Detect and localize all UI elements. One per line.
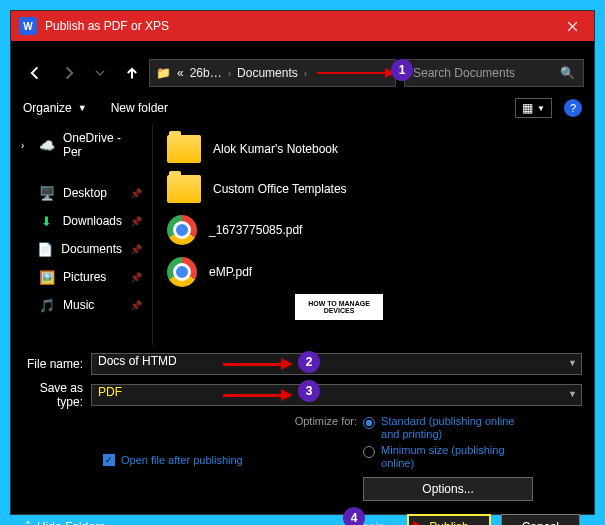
address-bar[interactable]: 📁 « 26b… › Documents › xyxy=(149,59,396,87)
annotation-callout: 4 xyxy=(343,507,365,525)
arrow-up-icon xyxy=(125,66,139,80)
sidebar-item-desktop[interactable]: 🖥️Desktop📌 xyxy=(11,179,152,207)
desktop-icon: 🖥️ xyxy=(39,185,55,201)
annotation-callout: 1 xyxy=(391,59,413,81)
search-icon: 🔍 xyxy=(560,66,575,80)
titlebar: W Publish as PDF or XPS xyxy=(11,11,594,41)
nav-recent[interactable] xyxy=(85,59,115,87)
save-type-select[interactable]: PDF▼ xyxy=(91,384,582,406)
pin-icon: 📌 xyxy=(130,216,142,227)
annotation-arrow xyxy=(223,363,283,366)
checkbox-checked-icon: ✓ xyxy=(103,454,115,466)
organize-menu[interactable]: Organize▼ xyxy=(23,101,87,115)
chevron-up-icon: ˄ xyxy=(25,520,31,525)
location-bar: 📁 « 26b… › Documents › Search Documents … xyxy=(11,55,594,91)
chevron-right-icon: › xyxy=(304,68,307,79)
hide-folders-button[interactable]: ˄Hide Folders xyxy=(25,520,105,525)
annotation-arrow xyxy=(223,394,283,397)
view-grid-icon: ▦ xyxy=(522,101,533,115)
new-folder-button[interactable]: New folder xyxy=(111,101,168,115)
pin-icon: 📌 xyxy=(130,244,142,255)
arrow-right-icon xyxy=(61,66,75,80)
close-button[interactable] xyxy=(550,11,594,41)
sidebar-item-pictures[interactable]: 🖼️Pictures📌 xyxy=(11,263,152,291)
nav-back[interactable] xyxy=(21,59,51,87)
radio-standard[interactable]: Standard (publishing online and printing… xyxy=(363,415,533,441)
folder-icon xyxy=(167,175,201,203)
word-app-icon: W xyxy=(19,17,37,35)
file-name-input[interactable]: Docs of HTMD▼ xyxy=(91,353,582,375)
folder-icon xyxy=(167,135,201,163)
documents-icon: 📄 xyxy=(37,241,53,257)
form-area: File name: Docs of HTMD▼ 2 Save as type:… xyxy=(11,345,594,504)
watermark-badge: HOW TO MANAGE DEVICES xyxy=(294,293,384,321)
close-icon xyxy=(567,21,578,32)
list-item[interactable]: _1673775085.pdf xyxy=(157,209,590,251)
annotation-arrow xyxy=(317,72,387,74)
arrow-left-icon xyxy=(29,66,43,80)
chevron-down-icon: ▼ xyxy=(78,103,87,113)
chevron-down-icon: ▼ xyxy=(568,358,577,368)
pin-icon: 📌 xyxy=(130,272,142,283)
annotation-callout: 2 xyxy=(298,351,320,373)
chevron-right-icon: › xyxy=(228,68,231,79)
optimize-label: Optimize for: xyxy=(295,415,357,427)
cancel-button[interactable]: Cancel xyxy=(501,514,580,525)
download-icon: ⬇ xyxy=(39,213,55,229)
dialog-footer: ˄Hide Folders 4 Tools▼ Publish Cancel xyxy=(11,504,594,525)
annotation-callout: 3 xyxy=(298,380,320,402)
computer-icon: 📁 xyxy=(156,66,171,80)
pin-icon: 📌 xyxy=(130,300,142,311)
radio-off-icon xyxy=(363,446,375,458)
breadcrumb-overflow: « xyxy=(177,66,184,80)
search-input[interactable]: Search Documents 🔍 xyxy=(404,59,584,87)
nav-up[interactable] xyxy=(117,59,147,87)
list-item[interactable]: eMP.pdf xyxy=(157,251,590,293)
search-placeholder: Search Documents xyxy=(413,66,515,80)
list-item[interactable]: Alok Kumar's Notebook xyxy=(157,129,590,169)
chevron-down-icon: ▼ xyxy=(568,389,577,399)
explorer-toolbar: Organize▼ New folder ▦▼ ? xyxy=(11,91,594,125)
nav-forward[interactable] xyxy=(53,59,83,87)
sidebar-item-downloads[interactable]: ⬇Downloads📌 xyxy=(11,207,152,235)
chevron-down-icon xyxy=(95,68,105,78)
cloud-icon: ☁️ xyxy=(39,137,55,153)
chrome-icon xyxy=(167,257,197,287)
radio-minimum[interactable]: Minimum size (publishing online) xyxy=(363,444,533,470)
view-mode-button[interactable]: ▦▼ xyxy=(515,98,552,118)
breadcrumb-segment[interactable]: Documents xyxy=(237,66,298,80)
sidebar-onedrive[interactable]: ›☁️OneDrive - Per xyxy=(11,125,152,165)
pictures-icon: 🖼️ xyxy=(39,269,55,285)
window-title: Publish as PDF or XPS xyxy=(45,19,586,33)
pin-icon: 📌 xyxy=(130,188,142,199)
chrome-icon xyxy=(167,215,197,245)
options-button[interactable]: Options... xyxy=(363,477,533,501)
breadcrumb-segment[interactable]: 26b… xyxy=(190,66,222,80)
music-icon: 🎵 xyxy=(39,297,55,313)
chevron-right-icon: › xyxy=(21,140,31,151)
file-name-label: File name: xyxy=(23,357,91,371)
radio-on-icon xyxy=(363,417,375,429)
help-button[interactable]: ? xyxy=(564,99,582,117)
sidebar: ›☁️OneDrive - Per 🖥️Desktop📌 ⬇Downloads📌… xyxy=(11,125,153,345)
sidebar-item-music[interactable]: 🎵Music📌 xyxy=(11,291,152,319)
list-item[interactable]: Custom Office Templates xyxy=(157,169,590,209)
sidebar-item-documents[interactable]: 📄Documents📌 xyxy=(11,235,152,263)
open-after-checkbox[interactable]: ✓ Open file after publishing xyxy=(103,415,243,504)
save-type-label: Save as type: xyxy=(23,381,91,409)
chevron-down-icon: ▼ xyxy=(537,104,545,113)
save-dialog: W Publish as PDF or XPS 📁 « 26b… › Docum… xyxy=(10,10,595,515)
